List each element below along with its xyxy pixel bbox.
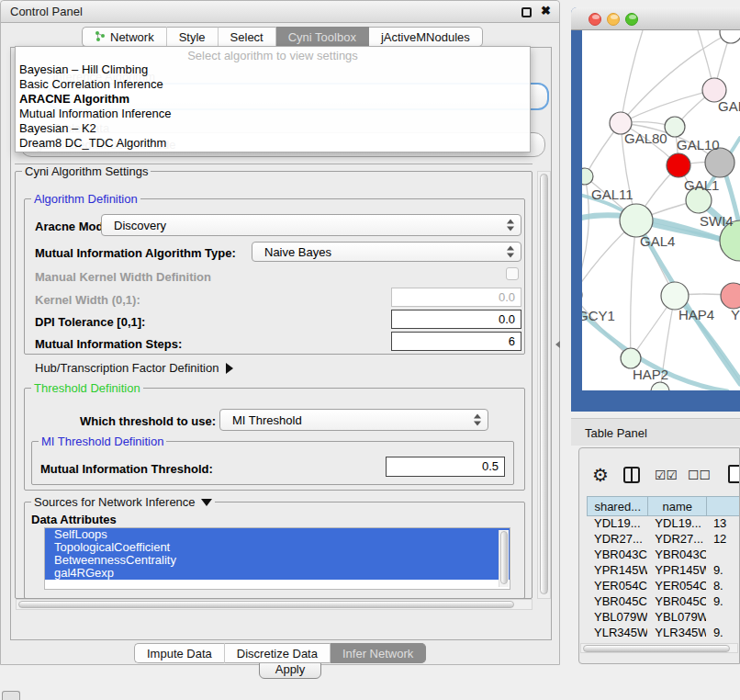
mi-steps-field[interactable]: 6: [391, 332, 521, 351]
sources-legend[interactable]: Sources for Network Inference: [31, 495, 215, 509]
control-panel-tabs: NetworkStyleSelectCyni ToolboxjActiveMNo…: [82, 27, 483, 47]
network-node[interactable]: [661, 282, 689, 310]
tab-infer-network[interactable]: Infer Network: [331, 643, 426, 663]
network-node[interactable]: [720, 30, 740, 43]
scrollbar-thumb[interactable]: [18, 601, 514, 608]
dpi-tolerance-field[interactable]: 0.0: [391, 310, 521, 329]
minimize-traffic-light[interactable]: [607, 13, 620, 26]
table-row[interactable]: YPR145WYPR145W9.: [587, 563, 740, 579]
table-cell: YPR145W: [647, 563, 706, 579]
table-cell: YLR345W: [647, 626, 706, 641]
network-canvas[interactable]: GAL80GAL10GALGAL1GAL11SWI4GAL4GCY1HAP4YH…: [582, 30, 740, 390]
table-row[interactable]: YBL079WYBL079W: [587, 610, 740, 626]
tab-style[interactable]: Style: [167, 27, 219, 47]
dropdown-item[interactable]: Bayesian – Hill Climbing: [16, 62, 530, 77]
collapse-down-icon: [201, 499, 212, 506]
network-node[interactable]: [721, 283, 740, 309]
node-label: GAL10: [677, 137, 720, 152]
tab-cyni-toolbox[interactable]: Cyni Toolbox: [276, 27, 369, 47]
attribute-item[interactable]: TopologicalCoefficient: [45, 541, 510, 554]
network-node[interactable]: [651, 382, 669, 390]
window-title: Control Panel: [10, 5, 83, 18]
tab-label: Impute Data: [147, 647, 212, 660]
table-row[interactable]: YER054CYER054C8.: [587, 579, 740, 594]
scrollbar-thumb[interactable]: [540, 174, 548, 594]
split-columns-icon[interactable]: [623, 467, 640, 483]
table-cell: YBR043C: [587, 548, 647, 563]
float-window-icon[interactable]: [521, 7, 532, 17]
table-row[interactable]: YBR043CYBR043C: [587, 548, 740, 563]
panel-resize-arrow-icon[interactable]: [555, 341, 560, 348]
zoom-traffic-light[interactable]: [625, 13, 638, 26]
attribute-item[interactable]: SelfLoops: [45, 528, 510, 541]
network-node[interactable]: [665, 117, 685, 137]
deselect-all-checks-icon[interactable]: ☐☐: [688, 468, 711, 482]
aracne-mode-combobox[interactable]: Discovery: [101, 214, 521, 236]
select-all-checks-icon[interactable]: ☑☑: [655, 468, 678, 482]
manual-kernel-checkbox[interactable]: [506, 267, 519, 280]
kernel-width-field[interactable]: 0.0: [391, 288, 521, 307]
which-threshold-combobox[interactable]: MI Threshold: [219, 409, 488, 431]
table-hscrollbar[interactable]: [580, 643, 738, 653]
new-table-icon[interactable]: [728, 465, 740, 483]
column-header[interactable]: name: [647, 496, 706, 516]
table-cell: YER054C: [587, 579, 647, 594]
data-attributes-label: Data Attributes: [31, 513, 117, 526]
stepper-icon: [507, 246, 514, 258]
dropdown-item[interactable]: Basic Correlation Inference: [16, 77, 530, 92]
table-panel: ⚙ ☑☑ ☐☐ shared...name YDL19...YDL19...13…: [578, 447, 740, 664]
tab-impute-data[interactable]: Impute Data: [134, 643, 225, 663]
column-header[interactable]: shared...: [587, 496, 647, 516]
dpi-tolerance-label: DPI Tolerance [0,1]:: [35, 315, 145, 329]
gear-icon[interactable]: ⚙: [592, 464, 609, 486]
network-node[interactable]: [582, 168, 593, 185]
tab-label: Cyni Toolbox: [288, 30, 356, 44]
tab-discretize-data[interactable]: Discretize Data: [225, 643, 331, 663]
node-label: HAP2: [633, 367, 668, 382]
tab-select[interactable]: Select: [219, 27, 276, 47]
table-cell: 8.: [706, 579, 740, 594]
scrollbar-thumb[interactable]: [583, 645, 730, 652]
table-row[interactable]: YLR345WYLR345W9.: [587, 626, 740, 641]
close-traffic-light[interactable]: [589, 13, 601, 26]
dropdown-items: Bayesian – Hill ClimbingBasic Correlatio…: [16, 62, 530, 151]
table-cell: 9.: [706, 594, 740, 610]
column-header[interactable]: [706, 496, 740, 516]
grid-corner-icon[interactable]: [2, 691, 20, 700]
network-node[interactable]: [667, 153, 690, 177]
control-panel-titlebar[interactable]: Control Panel ✖: [1, 1, 559, 23]
mi-type-combobox[interactable]: Naive Bayes: [252, 242, 521, 262]
network-edge[interactable]: [631, 220, 636, 358]
table-row[interactable]: YDL19...YDL19...13: [587, 516, 740, 532]
attribute-list-scrollbar[interactable]: [499, 530, 509, 587]
mi-threshold-field[interactable]: 0.5: [386, 457, 505, 477]
node-label: GAL11: [591, 186, 633, 202]
settings-vscrollbar[interactable]: [537, 171, 551, 599]
table-cell: YER054C: [647, 579, 706, 594]
tab-label: Network: [110, 30, 154, 44]
tab-jactivemnodules[interactable]: jActiveMNodules: [369, 27, 483, 47]
network-graph[interactable]: GAL80GAL10GALGAL1GAL11SWI4GAL4GCY1HAP4YH…: [582, 30, 740, 390]
close-icon[interactable]: ✖: [541, 4, 551, 17]
network-node[interactable]: [620, 204, 653, 237]
table-cell: YBL079W: [647, 610, 706, 626]
dropdown-item[interactable]: Mutual Information Inference: [16, 107, 530, 121]
table-row[interactable]: YBR045CYBR045C9.: [587, 594, 740, 610]
settings-hscrollbar[interactable]: [16, 599, 533, 610]
tab-network[interactable]: Network: [82, 27, 167, 47]
network-window-titlebar[interactable]: [571, 7, 740, 30]
attribute-item[interactable]: gal4RGexp: [45, 567, 510, 580]
dropdown-item[interactable]: ARACNE Algorithm: [16, 92, 530, 107]
hub-definition-toggle[interactable]: Hub/Transcription Factor Definition: [35, 361, 233, 375]
network-edge[interactable]: [621, 30, 643, 123]
data-attributes-list[interactable]: SelfLoopsTopologicalCoefficientBetweenne…: [44, 527, 510, 590]
table-row[interactable]: YDR27...YDR27...12: [587, 532, 740, 548]
network-node[interactable]: [621, 348, 641, 368]
table-header-row[interactable]: shared...name: [587, 496, 740, 516]
dropdown-item[interactable]: Dream8 DC_TDC Algorithm: [16, 136, 530, 151]
desktop: Control Panel ✖ NetworkStyleSelectCyni T…: [0, 0, 740, 700]
attribute-item[interactable]: BetweennessCentrality: [45, 554, 510, 567]
node-table[interactable]: shared...name YDL19...YDL19...13YDR27...…: [587, 496, 740, 643]
scrollbar-thumb[interactable]: [500, 531, 508, 584]
dropdown-item[interactable]: Bayesian – K2: [16, 121, 530, 136]
